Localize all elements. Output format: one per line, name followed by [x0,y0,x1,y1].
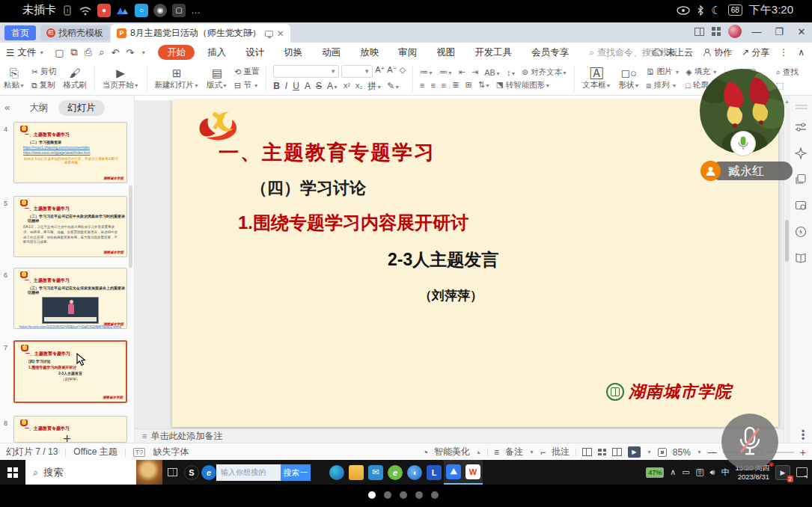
tab-insert[interactable]: 插入 [198,45,236,60]
edge-task[interactable] [327,460,347,485]
paste-button[interactable]: ⎘粘贴▼ [0,67,28,90]
print-icon[interactable]: ⎙ [85,46,92,58]
cloud-status[interactable]: 未上云 [652,46,693,59]
canvas-scrollbar[interactable] [785,96,790,443]
line-spacing-button[interactable]: ⇅▼ [478,80,490,90]
phonetic-button[interactable]: 拼▼ [367,80,382,93]
file-explorer-task[interactable] [347,460,366,485]
underline-button[interactable]: U [293,81,299,91]
decrease-indent-button[interactable]: ⇤ [459,67,465,77]
reference-book-icon[interactable] [795,252,807,264]
slide-thumbnail-5[interactable]: 一、主题教育专题学习 （二）学习习近平总书记在中央政治局集体学习时的重要讲话精神… [13,196,127,257]
mail-task[interactable]: ✉ [366,460,385,485]
panel-drag-handle[interactable] [796,105,808,106]
redo-icon[interactable]: ↷ [126,47,134,58]
scroll-up-icon[interactable]: ▲ [784,99,790,104]
browser-search-widget[interactable]: e 输入你想搜的 搜索一下 [201,460,311,485]
clear-format-icon[interactable]: ◇ [400,65,406,78]
normal-view-icon[interactable] [582,448,592,456]
sidebar-scrollbar[interactable] [129,185,132,268]
font-color-button[interactable]: A▼ [327,81,338,91]
align-center-button[interactable]: ≡ [430,81,435,90]
save-icon[interactable]: ▢ [55,47,64,58]
tab-home[interactable]: 开始 [158,45,195,60]
restore-button[interactable]: ❐ [772,26,787,37]
tab-member[interactable]: 会员专享 [522,45,579,60]
video-app-tray[interactable]: ▶2 [775,465,790,480]
split-view-icon[interactable] [695,28,704,36]
align-left-button[interactable]: ≡ [420,81,424,90]
output-icon[interactable]: ⧉ [70,46,77,58]
text-direction-button[interactable]: ↕▼ [507,68,516,77]
canvas-scrollbar-thumb[interactable] [785,220,789,262]
superscript-button[interactable]: X² [344,82,350,90]
tab-view[interactable]: 视图 [427,45,465,60]
copy-button[interactable]: ⧉复制 [31,80,56,90]
decrease-font-icon[interactable]: A⁻ [387,65,397,78]
tab-design[interactable]: 设计 [236,45,274,60]
increase-font-icon[interactable]: A⁺ [375,65,385,78]
participant-mic-indicator[interactable] [730,131,756,156]
collaborate-button[interactable]: 协作 [703,46,732,59]
zoom-out-button[interactable]: — [708,447,717,458]
align-right-button[interactable]: ≡ [442,81,446,90]
web-search-input[interactable]: 输入你想搜的 [216,464,281,481]
new-tab-button[interactable]: + [247,25,254,38]
strikethrough-button[interactable]: S [316,81,322,91]
tab-outline[interactable]: 大纲 [29,100,48,116]
tab-devtools[interactable]: 开发工具 [465,45,522,60]
slide-thumbnail-6[interactable]: 一、主题教育专题学习 （三）学习习近平总书记在文化传承发展座谈会上的重要讲话精神… [13,268,127,329]
to-smartart-button[interactable]: ⬔ 转智能图形▼ [496,80,550,90]
recorder-app-task[interactable]: S [182,460,201,485]
play-options-icon[interactable]: ▼ [647,449,652,455]
web-search-button[interactable]: 搜索一下 [281,464,311,481]
fit-slide-icon[interactable] [658,448,667,457]
workspace-grid-icon[interactable] [712,27,721,36]
duplicate-icon[interactable] [795,173,807,185]
qat-more-icon[interactable]: ▼ [141,50,146,55]
template-tab[interactable]: 稻 找稻壳模板 [40,25,109,40]
reading-view-icon[interactable] [612,448,622,456]
format-painter-button[interactable]: 🖌格式刷 [59,67,91,90]
notes-bar[interactable]: ≡ 单击此处添加备注 [135,428,784,443]
beautify-wand-icon[interactable] [795,147,807,159]
italic-button[interactable]: I [285,81,287,91]
bullet-list-button[interactable]: ≔▼ [420,67,433,77]
reset-button[interactable]: ⟲重置 [234,67,259,77]
tab-slideshow[interactable]: 放映 [350,45,388,60]
layout-button[interactable]: ▤版式▼ [203,67,231,90]
mute-microphone-button[interactable] [721,414,778,470]
slide-sorter-icon[interactable] [598,449,606,455]
bold-button[interactable]: B [273,81,280,91]
justify-button[interactable]: ≣ [452,80,459,90]
slide-thumbnail-4[interactable]: 一、主题教育专题学习 （二）学习视频党课 https://mooc1.chaox… [13,122,127,183]
collapse-ribbon-icon[interactable]: ∧ [798,47,805,58]
home-tab[interactable]: 首页 [4,25,36,40]
task-view-button[interactable] [162,460,182,485]
current-slide[interactable]: 一、主题教育专题学习 （四）学习讨论 1.围绕专题学习内容展开研讨 2-3人主题… [172,100,778,427]
increase-indent-button[interactable]: ⇥ [471,67,478,77]
distribute-button[interactable]: ⊞ [465,80,471,90]
play-from-current-button[interactable]: ▶当页开始▼ [99,67,143,90]
meeting-app-task[interactable]: ⛰ [444,460,463,485]
picture-viewer-task[interactable] [136,460,162,485]
wps-task[interactable]: W [463,460,483,485]
file-menu[interactable]: ☰ 文件 ▼ [6,46,44,59]
account-avatar[interactable] [728,25,742,38]
cut-button[interactable]: ✂剪切 [31,67,56,77]
slide-thumbnail-7-selected[interactable]: 一、主题教育专题学习 (四) 学习讨论 1.围绕专题学习内容展开研讨 2-3人主… [13,340,127,403]
tab-review[interactable]: 审阅 [388,45,427,60]
undo-icon[interactable]: ↶ [111,47,119,58]
tab-slides[interactable]: 幻灯片 [58,100,105,116]
zoom-in-button[interactable]: + [800,446,806,458]
beautify-button[interactable]: 智能美化 [434,446,470,458]
shapes-button[interactable]: ◻○形状▼ [614,67,643,90]
select-button[interactable]: ⬚ [776,81,799,90]
missing-font-label[interactable]: 缺失字体 [153,446,189,458]
tab-animation[interactable]: 动画 [312,45,350,60]
picture-button[interactable]: 🖻图片▼ [646,67,680,77]
font-family-combo[interactable]: ▼ [273,65,339,78]
subscript-button[interactable]: X₂ [355,82,363,90]
highlight-button[interactable]: ✎▼ [387,81,400,91]
preview-icon[interactable]: ⌕ [99,46,104,58]
